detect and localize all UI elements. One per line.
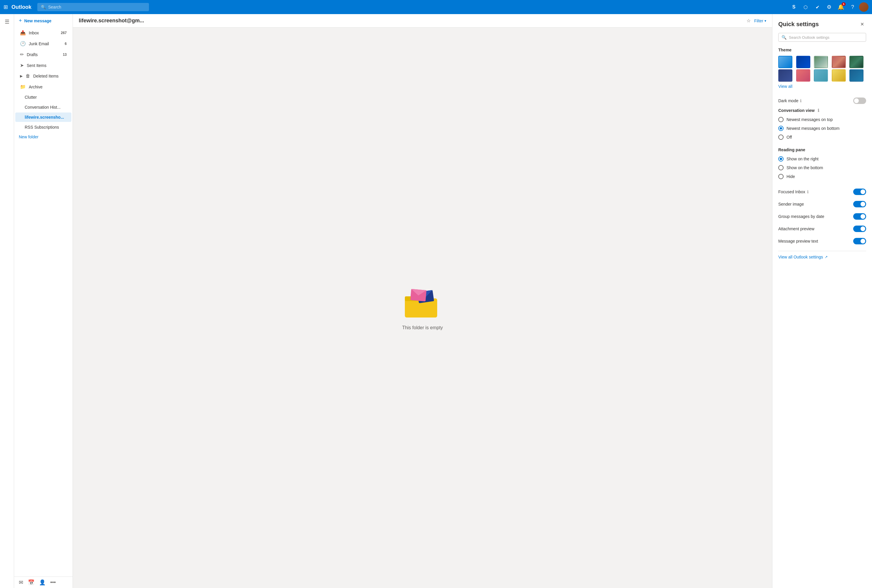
todo-button[interactable]: ✔ [812,2,822,12]
theme-swatch-dark-blue[interactable] [796,56,810,68]
view-all-settings-link[interactable]: View all Outlook settings ↗ [778,251,866,260]
nav-item-lifewire[interactable]: lifewire.screensho... [15,112,71,122]
notifications-button[interactable]: 🔔 5 [836,2,846,12]
conversation-view-options: Newest messages on top Newest messages o… [778,115,866,142]
radio-off[interactable]: Off [778,133,866,142]
nav-bottom: ✉ 📅 👤 ••• [14,576,72,588]
theme-swatch-landscape[interactable] [814,56,828,68]
group-messages-label: Group messages by date [778,214,853,219]
theme-swatch-fabric[interactable] [778,69,792,82]
more-nav-icon[interactable]: ••• [50,579,56,586]
sender-image-label: Sender image [778,202,853,207]
view-all-themes-link[interactable]: View all [778,84,866,89]
attachment-preview-toggle-thumb [860,226,865,231]
radio-show-right-dot [780,158,782,160]
theme-section-label: Theme [778,48,866,52]
sent-icon: ➤ [20,63,24,68]
nav-item-inbox[interactable]: 📥 Inbox 267 [15,28,71,38]
radio-show-right-circle [778,156,783,162]
nav-item-junk[interactable]: 🕐 Junk Email 6 [15,39,71,49]
nav-item-clutter[interactable]: Clutter [15,93,71,102]
focused-inbox-row: Focused Inbox ℹ [778,186,866,198]
search-input[interactable] [48,5,146,9]
radio-hide[interactable]: Hide [778,172,866,181]
external-link-icon: ↗ [825,255,828,259]
main-layout: ☰ + New message 📥 Inbox 267 🕐 Junk Email… [0,14,872,588]
radio-newest-bottom[interactable]: Newest messages on bottom [778,124,866,133]
filter-label: Filter [754,18,763,23]
nav-item-sent[interactable]: ➤ Sent Items [15,60,71,70]
sender-image-row: Sender image [778,198,866,210]
menu-icon[interactable]: ☰ [2,16,12,27]
theme-swatch-teal[interactable] [814,69,828,82]
theme-swatch-star[interactable] [832,69,846,82]
quick-settings-close-button[interactable]: ✕ [858,20,866,28]
attachment-preview-row: Attachment preview [778,223,866,235]
quick-settings-header: Quick settings ✕ [778,20,866,28]
attachment-preview-toggle[interactable] [853,226,866,232]
plus-icon: + [19,18,22,24]
sender-image-toggle-thumb [860,202,865,207]
new-message-button[interactable]: + New message [14,14,72,27]
empty-state: This folder is empty [73,28,772,588]
nav-item-archive[interactable]: 📁 Archive [15,82,71,92]
nav-item-deleted[interactable]: ▶ 🗑 Deleted Items [15,71,71,81]
avatar[interactable] [859,2,869,12]
deleted-icon: 🗑 [26,74,30,79]
star-icon[interactable]: ☆ [747,18,750,24]
filter-button[interactable]: Filter ▾ [754,18,766,23]
quick-settings-panel: Quick settings ✕ 🔍 Theme View all [772,14,872,588]
radio-newest-bottom-circle [778,126,783,131]
skype-button[interactable]: S [789,2,799,12]
nav-item-rss[interactable]: RSS Subscriptions [15,123,71,132]
new-folder-label: New folder [19,135,39,139]
new-folder-button[interactable]: New folder [14,132,72,142]
dark-mode-toggle-thumb [854,98,859,103]
rewards-button[interactable]: ⬡ [800,2,811,12]
message-preview-toggle[interactable] [853,238,866,244]
reading-pane-options: Show on the right Show on the bottom Hid… [778,154,866,181]
rewards-icon: ⬡ [803,4,807,10]
skype-icon: S [792,4,795,10]
settings-icon: ⚙ [827,4,831,10]
theme-swatch-pink[interactable] [796,69,810,82]
empty-folder-illustration [402,285,443,320]
theme-swatch-light-blue[interactable] [778,56,792,68]
qs-search-box[interactable]: 🔍 [778,33,866,42]
focused-inbox-info-icon[interactable]: ℹ [807,189,809,194]
notifications-badge: 5 [842,2,845,6]
theme-swatch-circuit[interactable] [849,56,863,68]
dark-mode-toggle[interactable] [853,98,866,104]
search-box[interactable]: 🔍 [37,3,149,11]
nav-item-conversation[interactable]: Conversation Hist... [15,102,71,112]
dark-mode-info-icon[interactable]: ℹ [800,98,801,103]
radio-show-bottom[interactable]: Show on the bottom [778,163,866,172]
reading-pane-label: Reading pane [778,147,866,152]
app-logo: Outlook [12,4,32,10]
sender-image-toggle[interactable] [853,201,866,207]
dark-mode-label: Dark mode ℹ [778,98,853,103]
settings-button[interactable]: ⚙ [824,2,834,12]
focused-inbox-label: Focused Inbox ℹ [778,189,853,194]
avatar-image [859,2,869,12]
focused-inbox-toggle[interactable] [853,189,866,195]
radio-show-right[interactable]: Show on the right [778,154,866,163]
qs-search-icon: 🔍 [782,35,786,40]
help-icon: ? [851,4,854,10]
nav-item-drafts[interactable]: ✏ Drafts 13 [15,50,71,60]
group-messages-toggle[interactable] [853,213,866,220]
quick-settings-title: Quick settings [778,21,819,28]
radio-newest-top[interactable]: Newest messages on top [778,115,866,124]
conversation-view-info-icon[interactable]: ℹ [818,108,819,113]
conversation-view-label: Conversation view ℹ [778,108,866,113]
qs-search-input[interactable] [789,35,863,40]
apps-icon[interactable]: ⊞ [3,4,8,10]
people-nav-icon[interactable]: 👤 [39,579,45,586]
todo-icon: ✔ [816,4,819,10]
help-button[interactable]: ? [847,2,858,12]
mail-nav-icon[interactable]: ✉ [19,579,23,586]
calendar-nav-icon[interactable]: 📅 [28,579,35,586]
theme-swatch-ocean[interactable] [849,69,863,82]
topbar-icons: S ⬡ ✔ ⚙ 🔔 5 ? [789,2,869,12]
theme-swatch-sunset[interactable] [832,56,846,68]
